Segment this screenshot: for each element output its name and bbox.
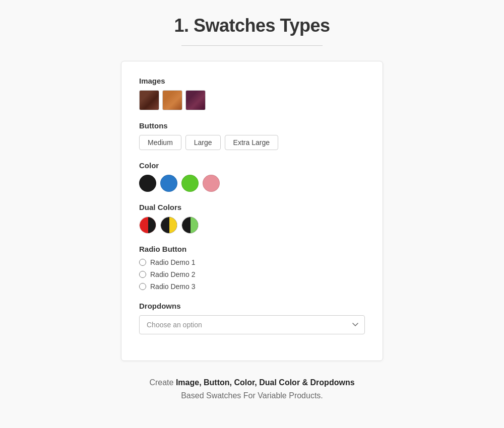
dual-swatch-black-yellow[interactable] bbox=[160, 217, 177, 234]
radio-text-2: Radio Demo 2 bbox=[150, 270, 196, 278]
dual-colors-label: Dual Colors bbox=[139, 203, 365, 211]
page-title: 1. Swatches Types bbox=[174, 15, 330, 36]
color-section: Color bbox=[139, 161, 365, 192]
footer-text: Create Image, Button, Color, Dual Color … bbox=[149, 376, 354, 402]
buttons-label: Buttons bbox=[139, 121, 365, 130]
dropdown-select[interactable]: Choose an option Option 1 Option 2 Optio… bbox=[139, 315, 365, 334]
dropdowns-label: Dropdowns bbox=[139, 302, 365, 310]
swatches-card: Images Buttons Medium Large Extra Large … bbox=[121, 61, 383, 361]
button-swatch-extra-large[interactable]: Extra Large bbox=[225, 135, 278, 150]
dual-swatch-black-lightgreen[interactable] bbox=[181, 217, 199, 234]
images-section: Images bbox=[139, 77, 365, 110]
image-swatch-2[interactable] bbox=[162, 90, 182, 110]
radio-input-2[interactable] bbox=[139, 271, 146, 278]
radio-item-3[interactable]: Radio Demo 3 bbox=[139, 282, 365, 291]
color-swatch-blue[interactable] bbox=[160, 175, 177, 192]
section-divider bbox=[181, 45, 323, 46]
dropdowns-section: Dropdowns Choose an option Option 1 Opti… bbox=[139, 302, 365, 334]
button-swatches-group: Medium Large Extra Large bbox=[139, 135, 365, 150]
dual-color-swatches-group bbox=[139, 217, 365, 234]
radio-input-3[interactable] bbox=[139, 283, 146, 290]
footer-highlight: Image, Button, Color, Dual Color & Dropd… bbox=[176, 378, 355, 387]
color-swatch-pink[interactable] bbox=[203, 175, 220, 192]
radio-label: Radio Button bbox=[139, 245, 365, 253]
radio-item-2[interactable]: Radio Demo 2 bbox=[139, 270, 365, 278]
radio-section: Radio Button Radio Demo 1 Radio Demo 2 R… bbox=[139, 245, 365, 291]
dual-swatch-red-black[interactable] bbox=[139, 217, 156, 234]
images-label: Images bbox=[139, 77, 365, 85]
footer-suffix: Based Swatches For Variable Products. bbox=[181, 391, 323, 400]
radio-group: Radio Demo 1 Radio Demo 2 Radio Demo 3 bbox=[139, 258, 365, 291]
color-swatch-green[interactable] bbox=[181, 175, 199, 192]
radio-text-3: Radio Demo 3 bbox=[150, 282, 196, 291]
image-swatch-1[interactable] bbox=[139, 90, 159, 110]
radio-text-1: Radio Demo 1 bbox=[150, 258, 196, 266]
dual-colors-section: Dual Colors bbox=[139, 203, 365, 234]
footer-prefix: Create bbox=[149, 378, 175, 387]
radio-input-1[interactable] bbox=[139, 259, 146, 266]
button-swatch-medium[interactable]: Medium bbox=[139, 135, 181, 150]
color-label: Color bbox=[139, 161, 365, 170]
image-swatches-group bbox=[139, 90, 365, 110]
image-swatch-3[interactable] bbox=[185, 90, 206, 110]
button-swatch-large[interactable]: Large bbox=[185, 135, 221, 150]
radio-item-1[interactable]: Radio Demo 1 bbox=[139, 258, 365, 266]
color-swatch-black[interactable] bbox=[139, 175, 156, 192]
buttons-section: Buttons Medium Large Extra Large bbox=[139, 121, 365, 150]
color-swatches-group bbox=[139, 175, 365, 192]
